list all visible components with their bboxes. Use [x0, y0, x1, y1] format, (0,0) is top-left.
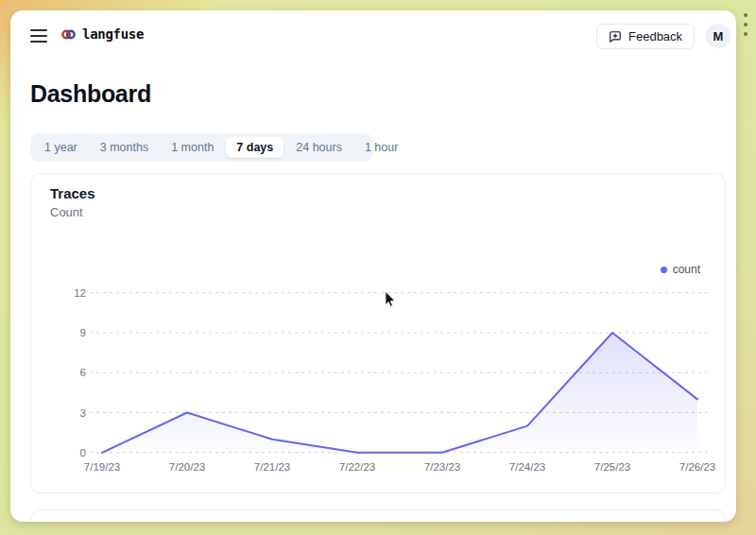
tab-1-year[interactable]: 1 year: [34, 137, 88, 158]
area-fill: [102, 333, 697, 453]
next-card-partial: [30, 509, 726, 522]
x-tick-label: 7/22/23: [339, 461, 375, 473]
avatar[interactable]: M: [706, 24, 730, 48]
knot-logo-icon: [61, 27, 76, 42]
logo-text: langfuse: [82, 26, 144, 42]
x-tick-label: 7/25/23: [594, 461, 630, 473]
traces-chart-card: Traces Count count 0369127/19/237/20/237…: [30, 173, 726, 493]
feedback-button[interactable]: Feedback: [596, 24, 695, 49]
tab-3-months[interactable]: 3 months: [90, 137, 159, 158]
desktop-background: { "navbar": { "logo_text": "langfuse", "…: [0, 0, 756, 535]
y-tick-label: 9: [80, 327, 86, 338]
message-plus-icon: [609, 30, 622, 43]
vertical-dots-icon: [744, 13, 747, 36]
page-title: Dashboard: [30, 80, 151, 108]
x-tick-label: 7/21/23: [254, 461, 290, 473]
y-tick-label: 0: [80, 447, 86, 458]
tab-7-days[interactable]: 7 days: [226, 137, 284, 158]
x-tick-label: 7/19/23: [84, 461, 120, 473]
traces-area-chart[interactable]: 0369127/19/237/20/237/21/237/22/237/23/2…: [31, 174, 727, 494]
app-logo[interactable]: langfuse: [61, 26, 144, 42]
avatar-initial: M: [713, 29, 724, 43]
tab-1-hour[interactable]: 1 hour: [354, 137, 408, 158]
tab-24-hours[interactable]: 24 hours: [285, 137, 352, 158]
y-tick-label: 3: [80, 407, 86, 419]
x-tick-label: 7/23/23: [424, 461, 460, 473]
feedback-button-label: Feedback: [628, 29, 682, 43]
hamburger-menu-icon[interactable]: [30, 29, 47, 43]
tab-1-month[interactable]: 1 month: [161, 137, 224, 158]
y-tick-label: 6: [80, 367, 86, 378]
x-tick-label: 7/24/23: [509, 461, 545, 473]
top-navbar: langfuse Feedback M: [10, 10, 736, 63]
y-tick-label: 12: [74, 287, 86, 299]
time-range-tabbar: 1 year 3 months 1 month 7 days 24 hours …: [30, 133, 372, 162]
x-tick-label: 7/26/23: [679, 461, 715, 473]
app-window: langfuse Feedback M Dashboard 1 year 3 m…: [10, 10, 736, 522]
x-tick-label: 7/20/23: [169, 461, 205, 473]
